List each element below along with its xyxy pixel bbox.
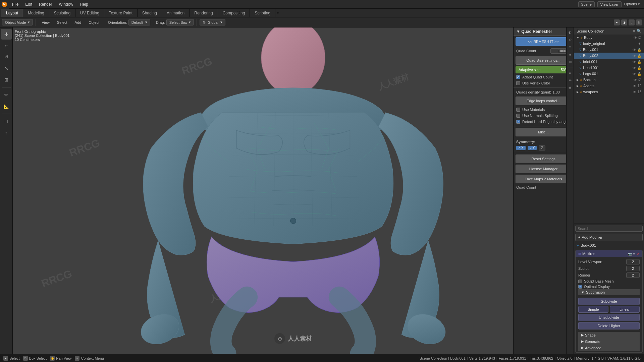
tab-rendering[interactable]: Rendering <box>190 9 218 17</box>
view-layer-dropdown[interactable]: View Layer <box>597 1 622 7</box>
optimal-display-check[interactable]: ✓ <box>578 285 582 289</box>
r-icon-view[interactable]: ◉ <box>567 84 574 91</box>
tab-scripting[interactable]: Scripting <box>250 9 275 17</box>
menu-render[interactable]: Render <box>36 0 55 8</box>
toolbar-view[interactable]: View <box>39 19 53 25</box>
drag-dropdown[interactable]: Select Box▾ <box>166 19 194 25</box>
detect-hard-check[interactable]: ✓ <box>516 120 520 124</box>
sculpt-value[interactable]: 2 <box>626 266 640 271</box>
tab-sculpting[interactable]: Sculpting <box>49 9 75 17</box>
adaptive-size-row[interactable]: Adaptive size 50% <box>516 66 571 73</box>
sc-body-visibility[interactable]: 👁 <box>634 36 637 40</box>
sc-head001[interactable]: ▽ Head.001 👁 🔒 <box>574 65 644 71</box>
tab-modeling[interactable]: Modeling <box>23 9 49 17</box>
viewport-overlay-toggle[interactable]: ⊛ <box>636 19 642 25</box>
render-value[interactable]: 2 <box>626 273 640 278</box>
normals-splitting-check[interactable] <box>516 114 520 118</box>
sc-body001-vis[interactable]: 👁 <box>633 48 636 52</box>
multires-edit-icon[interactable]: ✏ <box>633 252 636 256</box>
sc-weapons[interactable]: ▶ ○ weapons 👁 13 <box>574 89 644 95</box>
sc-body002[interactable]: ▽ Body.002 👁 🔒 <box>574 53 644 59</box>
menu-help[interactable]: Help <box>76 0 92 8</box>
sym-y-btn[interactable]: ✓ Y <box>528 146 537 150</box>
sc-body-group[interactable]: ▼ ○ Body 👁 ☑ <box>574 35 644 41</box>
r-icon-2[interactable]: ⊙ <box>567 36 574 43</box>
viewport-3d[interactable]: RRCG RRCG RRCG RRCG 人人素材 人人素材 人人素材 <box>13 27 574 354</box>
toolbar-add[interactable]: Add <box>72 19 85 25</box>
sculpt-base-check[interactable] <box>578 280 582 283</box>
r-icon-5[interactable]: ⊞ <box>567 58 574 65</box>
move-tool[interactable]: ↔ <box>1 40 12 51</box>
scene-dropdown[interactable]: Scene <box>578 1 595 7</box>
sc-body-original-vis[interactable]: 👁 <box>638 42 641 46</box>
options-btn[interactable]: Options ▾ <box>624 2 640 6</box>
sc-backup[interactable]: ▶ ○ Backup 👁 ☑ <box>574 77 644 83</box>
multires-camera-icon[interactable]: 📷 <box>628 252 632 256</box>
measure-tool[interactable]: 📐 <box>1 101 12 112</box>
orientation-dropdown[interactable]: Default▾ <box>128 19 150 25</box>
sc-weapons-vis[interactable]: 👁 <box>633 90 636 94</box>
face-maps-button[interactable]: Face Maps 2 Materials <box>516 175 571 183</box>
sc-brief001[interactable]: ▽ brief.001 👁 🔒 <box>574 59 644 65</box>
add-cube-tool[interactable]: □ <box>1 116 12 127</box>
sym-x-btn[interactable]: ✓ X <box>516 146 526 150</box>
shape-section[interactable]: ▶ Shape <box>578 332 640 338</box>
viewport-shading-material[interactable]: ◑ <box>621 19 627 25</box>
subdivision-section[interactable]: ▼ Subdivision <box>578 289 640 295</box>
use-vertex-color-check[interactable] <box>516 81 520 85</box>
viewport-shading-solid[interactable]: ● <box>614 19 620 25</box>
sc-head001-vis[interactable]: 👁 <box>633 66 636 70</box>
annotate-tool[interactable]: ✏ <box>1 89 12 100</box>
menu-file[interactable]: File <box>9 0 22 8</box>
tab-uv-editing[interactable]: UV Editing <box>75 9 104 17</box>
sc-assets-vis[interactable]: 👁 <box>633 84 636 88</box>
remesh-button[interactable]: << REMESH IT >> <box>516 37 571 46</box>
add-modifier-button[interactable]: + Add Modifier <box>575 234 643 241</box>
reset-settings-button[interactable]: Reset Settings <box>516 155 571 163</box>
edge-loops-button[interactable]: Edge loops control... <box>516 97 571 105</box>
sc-backup-vis[interactable]: 👁 <box>634 78 637 82</box>
tab-animation[interactable]: Animation <box>162 9 190 17</box>
menu-window[interactable]: Window <box>55 0 76 8</box>
sc-legs001-vis[interactable]: 👁 <box>633 72 636 76</box>
r-icon-3[interactable]: ≡ <box>567 44 574 50</box>
advanced-section[interactable]: ▶ Advanced <box>578 345 640 351</box>
viewport-shading-render[interactable]: ○ <box>629 19 635 25</box>
subdivide-button[interactable]: Subdivide <box>578 298 640 305</box>
quad-size-button[interactable]: Quad Size settings... <box>516 56 571 65</box>
scale-tool[interactable]: ⤡ <box>1 63 12 74</box>
quads-density-value[interactable]: 1.00 <box>553 90 560 94</box>
sc-body001[interactable]: ▽ Body.001 👁 🔒 <box>574 47 644 53</box>
extrude-tool[interactable]: ↑ <box>1 127 12 138</box>
adapt-quad-count-check[interactable]: ✓ <box>516 75 520 79</box>
object-mode-dropdown[interactable]: Object Mode▾ <box>2 19 33 25</box>
misc-button[interactable]: Misc... <box>516 128 571 136</box>
linear-button[interactable]: Linear <box>610 306 640 313</box>
modifier-search[interactable] <box>575 226 643 232</box>
sc-body-original[interactable]: ▽ body_original 👁 <box>574 41 644 47</box>
tab-compositing[interactable]: Compositing <box>218 9 250 17</box>
generate-section[interactable]: ▶ Generate <box>578 338 640 345</box>
sc-brief001-vis[interactable]: 👁 <box>633 60 636 64</box>
pivot-dropdown[interactable]: ⊕ Global▾ <box>200 19 225 25</box>
sc-search-icon[interactable]: 🔍 <box>637 29 641 33</box>
sc-legs001[interactable]: ▽ Legs.001 👁 🔒 <box>574 71 644 77</box>
app-logo[interactable] <box>0 0 9 9</box>
multires-close-icon[interactable]: ✕ <box>637 252 640 256</box>
toolbar-object[interactable]: Object <box>86 19 102 25</box>
tab-texture-paint[interactable]: Texture Paint <box>104 9 138 17</box>
unsubdivide-button[interactable]: Unsubdivide <box>578 314 640 321</box>
r-icon-misc[interactable]: ≡ <box>567 69 574 76</box>
license-manager-button[interactable]: License Manager <box>516 165 571 173</box>
rotate-tool[interactable]: ↺ <box>1 52 12 62</box>
tab-shading[interactable]: Shading <box>138 9 162 17</box>
r-icon-edit[interactable]: ✏ <box>567 77 574 83</box>
r-icon-1[interactable]: ◐ <box>567 29 574 36</box>
cursor-tool[interactable]: ✛ <box>1 29 12 40</box>
transform-tool[interactable]: ⊞ <box>1 74 12 85</box>
sc-filter-icon[interactable]: ≡ <box>633 29 635 33</box>
tab-layout[interactable]: Layout <box>1 9 23 17</box>
delete-higher-button[interactable]: Delete Higher <box>578 322 640 329</box>
simple-button[interactable]: Simple <box>578 306 608 313</box>
r-icon-4[interactable]: ◈ <box>567 51 574 58</box>
